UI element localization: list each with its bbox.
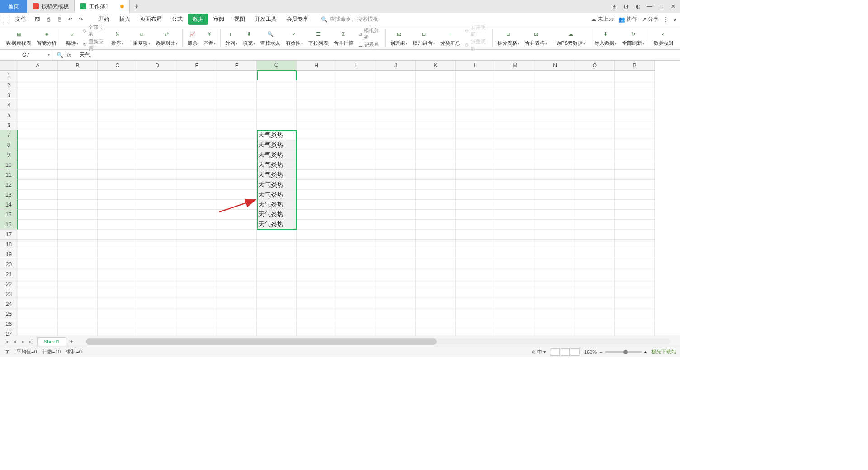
cell-H13[interactable] [297,190,336,200]
cell-D9[interactable] [137,150,177,160]
cell-G10[interactable]: 天气炎热 [257,160,297,170]
cell-D22[interactable] [137,279,177,289]
cell-M2[interactable] [495,80,535,90]
cell-I3[interactable] [336,90,376,100]
cell-C10[interactable] [98,160,137,170]
cell-C26[interactable] [98,319,137,329]
cell-H26[interactable] [297,319,336,329]
cell-B5[interactable] [58,110,98,120]
cell-C6[interactable] [98,120,137,130]
cell-A23[interactable] [18,289,58,299]
row-header-18[interactable]: 18 [0,240,18,249]
cell-M5[interactable] [495,110,535,120]
data-proof-button[interactable]: ✓数据校对 [651,27,676,49]
cell-M7[interactable] [495,130,535,140]
cell-M25[interactable] [495,309,535,319]
cell-G2[interactable] [257,80,297,90]
cell-K26[interactable] [416,319,456,329]
duplicates-button[interactable]: ⧉重复项▾ [130,27,153,49]
cell-D18[interactable] [137,240,177,249]
cell-J18[interactable] [376,240,416,249]
cell-H14[interactable] [297,200,336,210]
cell-A24[interactable] [18,299,58,309]
cell-D27[interactable] [137,329,177,336]
name-box[interactable]: G7 ▾ [0,50,52,60]
cell-M10[interactable] [495,160,535,170]
cell-O11[interactable] [575,170,615,180]
cell-P24[interactable] [615,299,655,309]
cell-G26[interactable] [257,319,297,329]
spreadsheet-grid[interactable]: ABCDEFGHIJKLMNOP 12345678910111213141516… [0,61,680,336]
cell-G4[interactable] [257,100,297,110]
cell-F10[interactable] [217,160,257,170]
cell-L17[interactable] [456,230,495,240]
cell-P25[interactable] [615,309,655,319]
cell-P9[interactable] [615,150,655,160]
cell-K20[interactable] [416,259,456,269]
pivot-table-button[interactable]: ▦数据透视表 [4,27,34,49]
row-header-11[interactable]: 11 [0,170,18,180]
cell-F3[interactable] [217,90,257,100]
cell-H4[interactable] [297,100,336,110]
create-group-button[interactable]: ⊞创建组▾ [387,27,410,49]
cell-M1[interactable] [495,70,535,80]
cell-N23[interactable] [535,289,575,299]
cell-A14[interactable] [18,200,58,210]
cell-E27[interactable] [177,329,217,336]
cell-K24[interactable] [416,299,456,309]
cell-L25[interactable] [456,309,495,319]
cell-G11[interactable]: 天气炎热 [257,170,297,180]
cell-O16[interactable] [575,220,615,230]
cell-H16[interactable] [297,220,336,230]
cell-O4[interactable] [575,100,615,110]
row-header-17[interactable]: 17 [0,230,18,240]
cell-A3[interactable] [18,90,58,100]
cell-O24[interactable] [575,299,615,309]
select-all-corner[interactable] [0,61,18,70]
cell-O7[interactable] [575,130,615,140]
cell-H25[interactable] [297,309,336,319]
cell-N12[interactable] [535,180,575,190]
zoom-value[interactable]: 160% [584,349,597,355]
cell-A9[interactable] [18,150,58,160]
split-table-button[interactable]: ⊟拆分表格▾ [495,27,522,49]
cell-K3[interactable] [416,90,456,100]
cell-P6[interactable] [615,120,655,130]
cell-I6[interactable] [336,120,376,130]
cell-M20[interactable] [495,259,535,269]
row-header-6[interactable]: 6 [0,120,18,130]
cell-M18[interactable] [495,240,535,249]
tab-review[interactable]: 审阅 [209,14,229,25]
col-header-K[interactable]: K [416,61,456,70]
cell-P3[interactable] [615,90,655,100]
cell-L10[interactable] [456,160,495,170]
cell-L12[interactable] [456,180,495,190]
cell-F23[interactable] [217,289,257,299]
cell-K18[interactable] [416,240,456,249]
cell-J25[interactable] [376,309,416,319]
home-tab[interactable]: 首页 [0,0,27,13]
cell-N18[interactable] [535,240,575,249]
cell-H22[interactable] [297,279,336,289]
row-header-21[interactable]: 21 [0,269,18,279]
cell-I23[interactable] [336,289,376,299]
cell-B7[interactable] [58,130,98,140]
cell-B21[interactable] [58,269,98,279]
cell-A12[interactable] [18,180,58,190]
cell-F12[interactable] [217,180,257,190]
cell-O6[interactable] [575,120,615,130]
cell-I26[interactable] [336,319,376,329]
col-header-D[interactable]: D [137,61,177,70]
cell-E19[interactable] [177,249,217,259]
cell-L7[interactable] [456,130,495,140]
cell-L22[interactable] [456,279,495,289]
cell-F24[interactable] [217,299,257,309]
lookup-button[interactable]: 🔍查找录入 [258,27,283,49]
cell-E5[interactable] [177,110,217,120]
cell-N24[interactable] [535,299,575,309]
cell-K4[interactable] [416,100,456,110]
cell-P4[interactable] [615,100,655,110]
cell-B25[interactable] [58,309,98,319]
share-button[interactable]: ↗ 分享 [642,15,659,23]
cell-I1[interactable] [336,70,376,80]
